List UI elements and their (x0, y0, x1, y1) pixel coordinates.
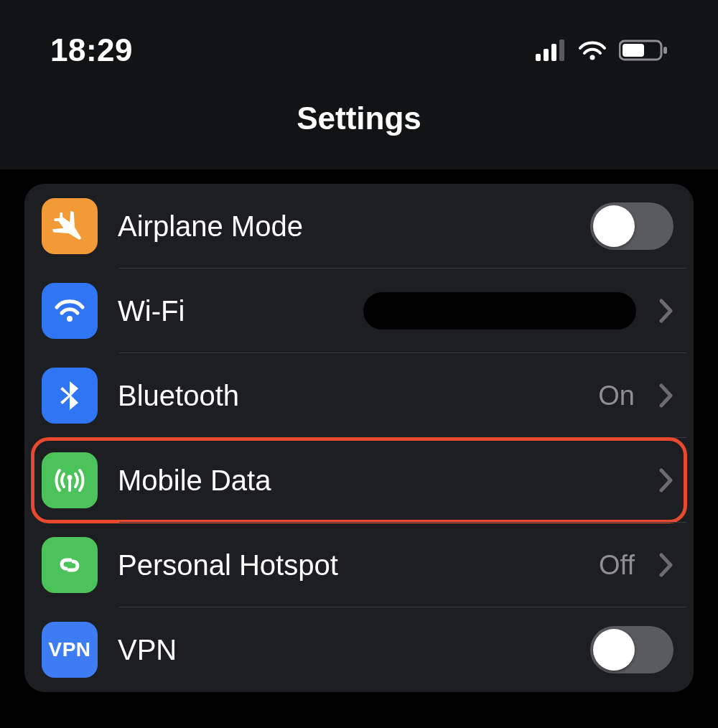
wifi-network-redacted (363, 292, 636, 330)
airplane-toggle[interactable] (590, 202, 673, 250)
chevron-right-icon (659, 383, 673, 408)
svg-point-4 (590, 55, 595, 60)
svg-rect-6 (623, 44, 644, 57)
airplane-icon (42, 198, 98, 254)
svg-rect-2 (551, 44, 556, 61)
antenna-icon (42, 452, 98, 508)
row-wifi[interactable]: Wi-Fi (32, 269, 686, 353)
battery-icon (619, 39, 668, 61)
row-label: Wi-Fi (118, 295, 343, 327)
page-header: Settings (0, 86, 718, 169)
page-title: Settings (0, 101, 718, 136)
row-bluetooth[interactable]: Bluetooth On (32, 353, 686, 438)
row-value: Off (599, 550, 635, 581)
status-bar: 18:29 (0, 0, 718, 86)
cellular-signal-icon (536, 39, 566, 61)
row-personal-hotspot[interactable]: Personal Hotspot Off (32, 523, 686, 607)
svg-rect-1 (544, 49, 549, 61)
row-value: On (598, 381, 635, 411)
vpn-icon: VPN (42, 622, 98, 678)
svg-rect-0 (536, 54, 541, 61)
chevron-right-icon (659, 468, 673, 493)
settings-list: Airplane Mode Wi-Fi Bluetooth On (24, 184, 694, 692)
row-vpn[interactable]: VPN VPN (32, 607, 686, 692)
svg-rect-3 (559, 39, 564, 61)
row-label: Airplane Mode (118, 210, 570, 243)
vpn-toggle[interactable] (590, 626, 673, 673)
row-label: Mobile Data (118, 465, 639, 497)
bluetooth-icon (42, 368, 98, 424)
chevron-right-icon (659, 553, 673, 577)
svg-point-8 (67, 316, 73, 322)
link-icon (42, 537, 98, 593)
svg-rect-10 (68, 479, 71, 492)
wifi-status-icon (577, 39, 607, 61)
row-airplane-mode[interactable]: Airplane Mode (32, 184, 686, 269)
clock-time: 18:29 (50, 32, 133, 68)
row-label: Bluetooth (118, 380, 578, 412)
svg-rect-7 (663, 47, 667, 54)
row-label: VPN (118, 634, 570, 666)
row-mobile-data[interactable]: Mobile Data (32, 438, 686, 523)
wifi-icon (42, 283, 98, 339)
status-icons (536, 39, 668, 61)
chevron-right-icon (659, 299, 673, 323)
row-label: Personal Hotspot (118, 549, 579, 582)
